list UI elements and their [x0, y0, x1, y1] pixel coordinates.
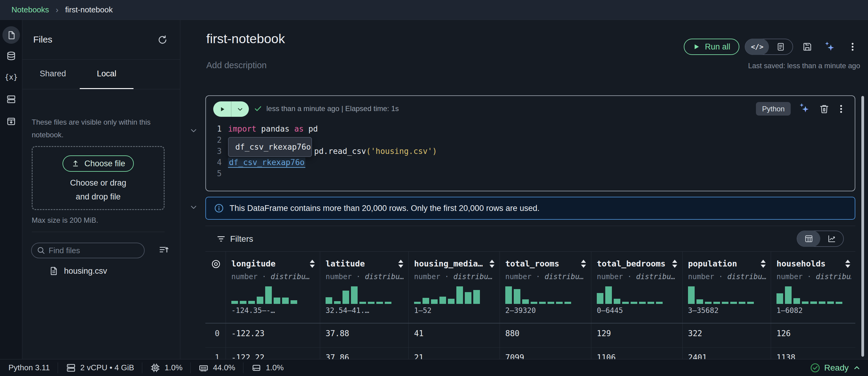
table-cell[interactable]: 21 [409, 348, 500, 359]
disk-usage[interactable]: 1.0% [251, 363, 284, 373]
table-cell[interactable]: 37.86 [320, 348, 409, 359]
code-line[interactable]: 1import pandas as pd [206, 123, 855, 134]
find-files-input[interactable] [49, 246, 133, 255]
chart-view-button[interactable] [820, 231, 843, 247]
memory-usage[interactable]: 44.0% [198, 363, 235, 373]
table-cell[interactable]: 1106 [591, 348, 683, 359]
filter-icon [216, 234, 226, 243]
table-cell[interactable]: 1138 [771, 348, 855, 359]
notebook-description-placeholder[interactable]: Add description [206, 60, 267, 70]
cell-ai-button[interactable] [799, 103, 810, 114]
tab-local[interactable]: Local [80, 60, 133, 89]
vertical-scrollbar[interactable] [861, 96, 864, 357]
sort-button[interactable] [489, 259, 495, 268]
column-header-total_bedrooms[interactable]: total_bedroomsnumber · distribu…0—6445 [591, 252, 683, 323]
refresh-files-button[interactable] [157, 34, 168, 45]
table-cell[interactable]: 7099 [500, 348, 591, 359]
table-cell[interactable]: 37.88 [320, 323, 409, 347]
table-row[interactable]: 0-122.2337.8841880129322126 [205, 323, 855, 348]
table-chart-toggle [797, 231, 844, 247]
column-histogram[interactable] [414, 286, 495, 304]
files-panel: Files Shared Local These files are visib… [22, 20, 180, 359]
table-cell[interactable]: -122.23 [226, 323, 320, 347]
column-type-name: number [688, 273, 714, 281]
table-view-button[interactable] [797, 231, 820, 247]
column-histogram[interactable] [505, 286, 587, 304]
cell-more-button[interactable] [836, 104, 846, 114]
rail-packages-button[interactable] [2, 112, 20, 130]
sort-button[interactable] [760, 259, 767, 268]
code-line[interactable]: 4df_csv_rkexap76o [206, 157, 855, 168]
collapse-output-chevron[interactable] [189, 203, 198, 212]
table-cell[interactable]: 41 [409, 323, 500, 347]
machine-resources[interactable]: 2 vCPU • 4 GiB [66, 363, 134, 373]
doc-view-button[interactable] [769, 39, 793, 55]
notebook-title[interactable]: first-notebook [206, 31, 285, 46]
run-options-button[interactable] [231, 101, 249, 117]
code-view-button[interactable]: </> [745, 39, 769, 55]
notebook-more-button[interactable] [847, 42, 858, 52]
filters-label[interactable]: Filters [230, 226, 253, 252]
play-icon [693, 43, 700, 50]
table-cell[interactable]: 322 [683, 323, 771, 347]
column-histogram[interactable] [231, 286, 316, 304]
table-row[interactable]: 1-122.2237.86217099110624011138 [205, 348, 855, 359]
run-cell-split-button[interactable] [213, 101, 249, 117]
ai-assistant-button[interactable] [824, 41, 835, 53]
cpu-usage[interactable]: 1.0% [150, 363, 182, 373]
rail-data-button[interactable] [2, 47, 20, 65]
sort-button[interactable] [398, 259, 404, 268]
column-header-latitude[interactable]: latitudenumber · distribu…32.54—41.… [320, 252, 409, 323]
rail-variables-button[interactable]: {x} [2, 68, 20, 86]
delete-cell-button[interactable] [819, 104, 829, 114]
code-cell[interactable]: less than a minute ago | Elapsed time: 1… [205, 95, 855, 191]
column-header-select[interactable] [205, 252, 226, 323]
run-cell-button[interactable] [213, 101, 231, 117]
histogram-bar [776, 293, 783, 304]
breadcrumb-notebooks-link[interactable]: Notebooks [11, 5, 49, 14]
table-cell[interactable]: -122.22 [226, 348, 320, 359]
python-version[interactable]: Python 3.11 [8, 363, 50, 372]
collapse-cell-chevron[interactable] [189, 126, 198, 135]
sort-button[interactable] [844, 259, 851, 268]
breadcrumb-separator: › [56, 5, 58, 15]
sort-files-button[interactable] [158, 244, 169, 255]
histogram-bar [514, 289, 520, 304]
file-dropzone[interactable]: Choose file Choose or drag and drop file [32, 146, 164, 210]
choose-file-button[interactable]: Choose file [63, 156, 133, 172]
histogram-bar [810, 302, 817, 304]
column-header-housing_media[interactable]: housing_media…number · distribu…1—52 [409, 252, 500, 323]
table-cell[interactable]: 126 [771, 323, 855, 347]
sort-button[interactable] [672, 259, 678, 268]
sort-button[interactable] [580, 259, 587, 268]
sort-button[interactable] [309, 259, 316, 268]
column-header-population[interactable]: populationnumber · distribu…3—35682 [683, 252, 771, 323]
histogram-bar [819, 302, 826, 304]
column-histogram[interactable] [326, 286, 404, 304]
column-histogram[interactable] [776, 286, 851, 304]
histogram-bar [290, 300, 297, 304]
column-histogram[interactable] [597, 286, 678, 304]
histogram-bar [648, 302, 654, 304]
table-cell[interactable]: 129 [591, 323, 683, 347]
rail-environment-button[interactable] [2, 91, 20, 108]
column-header-longitude[interactable]: longitudenumber · distribu…-124.35—-… [226, 252, 320, 323]
kernel-status[interactable]: Ready [810, 360, 861, 376]
rail-files-button[interactable] [2, 26, 20, 44]
file-item-housing-csv[interactable]: housing.csv [32, 263, 170, 279]
disk-icon [251, 363, 261, 373]
tab-shared[interactable]: Shared [26, 60, 80, 89]
dataframe-variable-link[interactable]: df_csv_rkexap76o [228, 158, 305, 168]
column-histogram[interactable] [688, 286, 767, 304]
find-files-search[interactable] [31, 243, 145, 258]
save-button[interactable] [802, 42, 812, 52]
run-all-button[interactable]: Run all [684, 39, 739, 55]
column-header-total_rooms[interactable]: total_roomsnumber · distribu…2—39320 [500, 252, 591, 323]
histogram-bar [248, 301, 255, 304]
database-icon [6, 51, 16, 61]
divider [190, 363, 191, 373]
column-header-households[interactable]: householdsnumber · distribu…1—6082 [771, 252, 855, 323]
table-cell[interactable]: 880 [500, 323, 591, 347]
code-line[interactable]: 5 [206, 168, 855, 179]
table-cell[interactable]: 2401 [683, 348, 771, 359]
